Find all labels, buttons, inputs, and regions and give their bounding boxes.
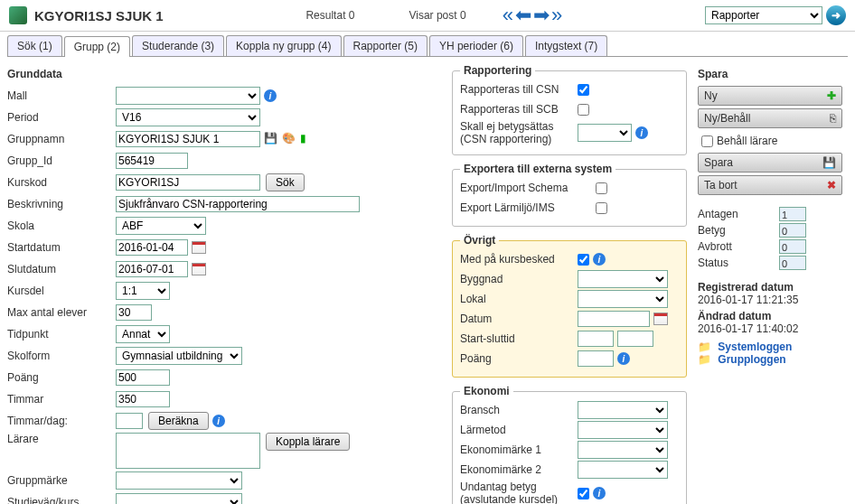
save-small-icon[interactable]: 💾 <box>264 132 278 146</box>
datum-input[interactable] <box>578 311 650 327</box>
csn-checkbox[interactable] <box>578 84 589 96</box>
tabort-button[interactable]: Ta bort ✖ <box>698 175 842 195</box>
mobile-icon[interactable]: ▮ <box>300 132 315 146</box>
slutdatum-input[interactable] <box>116 261 188 277</box>
label-larare: Lärare <box>7 433 116 445</box>
spara-button[interactable]: Spara 💾 <box>698 153 842 173</box>
label-bransch: Bransch <box>460 404 578 416</box>
nybehall-button[interactable]: Ny/Behåll ⎘ <box>698 108 842 128</box>
label-eko1: Ekonomimärke 1 <box>460 443 578 456</box>
mall-select[interactable] <box>116 87 260 105</box>
eko1-select[interactable] <box>578 441 668 459</box>
status-value: 0 <box>779 256 806 270</box>
period-select[interactable]: V16 <box>116 108 260 126</box>
label-slutdatum: Slutdatum <box>7 263 116 275</box>
go-button[interactable]: ➜ <box>826 5 846 25</box>
skallej-select[interactable] <box>578 124 632 142</box>
label-schema: Export/Import Schema <box>460 182 596 194</box>
rapportering-group: Rapportering Rapporteras till CSN Rappor… <box>452 64 687 155</box>
post-count: Visar post 0 <box>409 9 465 22</box>
sluttid-input[interactable] <box>617 331 653 347</box>
label-startdatum: Startdatum <box>7 241 116 254</box>
info-icon[interactable]: i <box>264 89 277 102</box>
gruppid-input[interactable] <box>116 153 188 169</box>
label-beskrivning: Beskrivning <box>7 198 116 210</box>
medpa-checkbox[interactable] <box>578 254 589 266</box>
info-icon[interactable]: i <box>593 253 606 266</box>
timdag-input[interactable] <box>116 413 143 429</box>
behall-larare-checkbox[interactable] <box>701 135 713 147</box>
ny-label: Ny <box>704 89 718 102</box>
bransch-select[interactable] <box>578 401 668 419</box>
larare-textarea[interactable] <box>116 433 260 469</box>
larmiljo-checkbox[interactable] <box>596 202 607 214</box>
scb-checkbox[interactable] <box>578 104 589 116</box>
eko2-select[interactable] <box>578 461 668 479</box>
nav-last-icon[interactable]: » <box>551 5 562 25</box>
info-icon[interactable]: i <box>212 415 225 427</box>
page-title: KGYORI1SJ SJUK 1 <box>34 8 164 23</box>
chg-datum-value: 2016-01-17 11:40:02 <box>698 322 842 335</box>
label-undantag: Undantag betyg (avslutande kursdel) <box>460 481 578 504</box>
label-betyg: Betyg <box>698 224 779 237</box>
label-maxantal: Max antal elever <box>7 306 116 319</box>
sok-button[interactable]: Sök <box>266 173 305 191</box>
label-skallej: Skall ej betygsättas (CSN rapportering) <box>460 120 578 145</box>
calendar-icon[interactable] <box>653 313 668 325</box>
tab-intyg[interactable]: Intygstext (7) <box>525 35 607 56</box>
tidpunkt-select[interactable]: Annat <box>116 325 170 343</box>
info-icon[interactable]: i <box>635 126 648 139</box>
timmar-input[interactable] <box>116 391 170 407</box>
tab-sok[interactable]: Sök (1) <box>7 35 62 56</box>
schema-checkbox[interactable] <box>596 182 607 194</box>
tab-rapporter[interactable]: Rapporter (5) <box>343 35 428 56</box>
ny-button[interactable]: Ny ✚ <box>698 86 842 106</box>
calendar-icon[interactable] <box>192 263 206 275</box>
starttid-input[interactable] <box>578 331 614 347</box>
label-gruppnamn: Gruppnamn <box>7 133 116 145</box>
lokal-select[interactable] <box>578 290 668 308</box>
label-ovrigt-poang: Poäng <box>460 352 578 365</box>
kursdel-select[interactable]: 1:1 <box>116 282 170 300</box>
tab-studerande[interactable]: Studerande (3) <box>132 35 224 56</box>
skola-select[interactable]: ABF <box>116 217 206 235</box>
grupploggen-link[interactable]: Grupploggen <box>718 353 785 366</box>
poang-input[interactable] <box>116 369 170 386</box>
info-icon[interactable]: i <box>593 487 606 499</box>
palette-icon[interactable]: 🎨 <box>282 132 296 146</box>
undantag-checkbox[interactable] <box>578 488 589 499</box>
startdatum-input[interactable] <box>116 239 188 256</box>
rapportering-title: Rapportering <box>460 64 535 77</box>
info-icon[interactable]: i <box>617 352 630 365</box>
maxantal-input[interactable] <box>116 304 152 321</box>
tabort-label: Ta bort <box>704 179 738 191</box>
calendar-icon[interactable] <box>192 241 206 254</box>
reports-select[interactable]: Rapporter <box>705 6 822 24</box>
systemloggen-link[interactable]: Systemloggen <box>718 341 792 353</box>
ovrigt-poang-input[interactable] <box>578 350 614 367</box>
nav-next-icon[interactable]: ➡ <box>533 5 550 25</box>
behall-larare-label: Behåll lärare <box>717 135 777 147</box>
koppla-larare-button[interactable]: Koppla lärare <box>266 433 350 451</box>
tab-yh[interactable]: YH perioder (6) <box>429 35 523 56</box>
byggnad-select[interactable] <box>578 270 668 288</box>
skolform-select[interactable]: Gymnasial utbildning <box>116 347 242 365</box>
disk-icon: 💾 <box>822 156 836 169</box>
studievag-select[interactable] <box>116 493 242 504</box>
nav-first-icon[interactable]: « <box>503 5 513 25</box>
tab-grupp[interactable]: Grupp (2) <box>64 36 130 57</box>
label-period: Period <box>7 111 116 124</box>
label-gruppmarke: Gruppmärke <box>7 474 116 487</box>
beskrivning-input[interactable] <box>116 196 360 212</box>
result-count: Resultat 0 <box>305 9 354 22</box>
tab-koppla[interactable]: Koppla ny grupp (4) <box>226 35 341 56</box>
export-group: Exportera till externa system Export/Imp… <box>452 163 687 227</box>
berakna-button[interactable]: Beräkna <box>148 412 209 430</box>
gruppmarke-select[interactable] <box>116 471 242 490</box>
larmetod-select[interactable] <box>578 421 668 439</box>
gruppnamn-input[interactable] <box>116 131 260 147</box>
kurskod-input[interactable] <box>116 174 260 191</box>
label-lokal: Lokal <box>460 293 578 305</box>
copy-icon: ⎘ <box>830 112 836 125</box>
nav-prev-icon[interactable]: ⬅ <box>515 5 531 25</box>
